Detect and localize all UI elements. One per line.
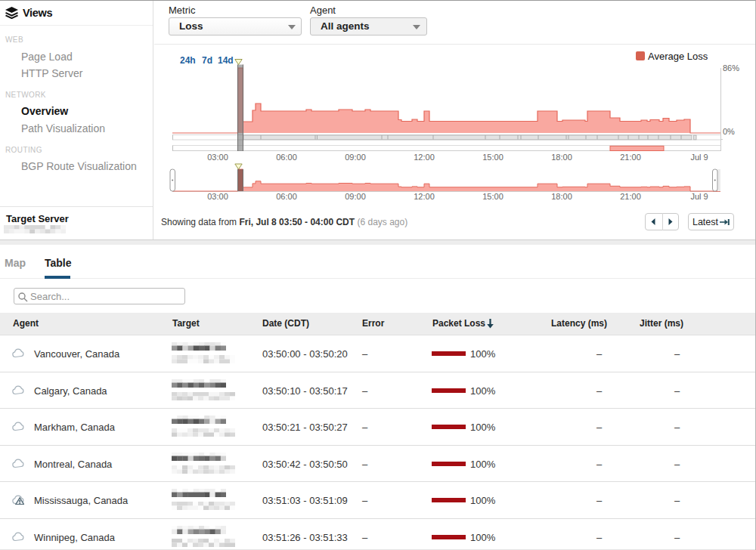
svg-text:09:00: 09:00 — [345, 153, 366, 162]
svg-text:15:00: 15:00 — [482, 153, 503, 162]
svg-text:03:00: 03:00 — [207, 153, 228, 162]
svg-text:09:00: 09:00 — [345, 192, 366, 201]
svg-text:21:00: 21:00 — [620, 153, 641, 162]
svg-text:12:00: 12:00 — [414, 192, 435, 201]
svg-text:Jul 9: Jul 9 — [690, 153, 708, 162]
svg-text:15:00: 15:00 — [482, 192, 503, 201]
svg-text:18:00: 18:00 — [551, 153, 572, 162]
svg-text:03:00: 03:00 — [207, 192, 228, 201]
svg-text:86%: 86% — [723, 63, 739, 73]
svg-text:0%: 0% — [723, 127, 735, 136]
svg-text:06:00: 06:00 — [276, 192, 297, 201]
svg-text:18:00: 18:00 — [551, 192, 572, 201]
svg-text:06:00: 06:00 — [276, 153, 297, 162]
svg-text:21:00: 21:00 — [620, 192, 641, 201]
svg-text:Jul 9: Jul 9 — [690, 192, 708, 201]
svg-text:12:00: 12:00 — [414, 153, 435, 162]
